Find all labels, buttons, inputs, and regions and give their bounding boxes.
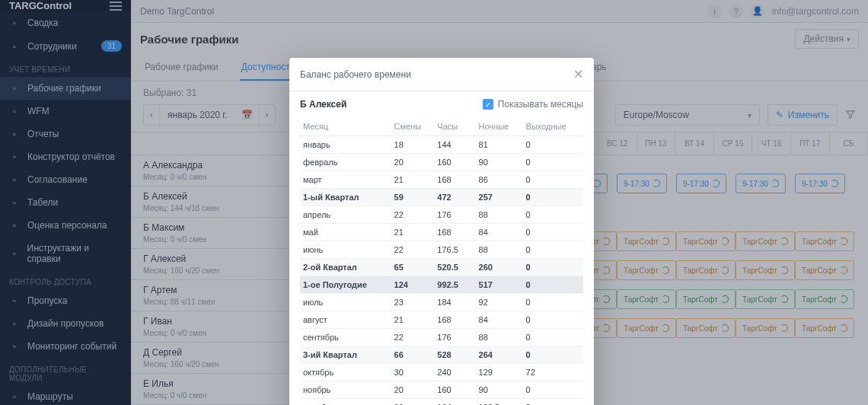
table-cell: 160 [434, 154, 475, 171]
table-row: июль23184920 [300, 294, 583, 311]
table-cell: 1-ое Полугодие [300, 276, 391, 294]
table-cell: 65 [391, 259, 435, 276]
table-cell: 176 [434, 329, 475, 346]
close-icon[interactable]: ✕ [573, 67, 583, 81]
table-cell: 21 [391, 311, 435, 329]
table-cell: апрель [300, 206, 391, 224]
table-cell: 260 [476, 259, 523, 276]
table-cell: июль [300, 294, 391, 311]
table-cell: 59 [391, 189, 435, 206]
table-cell: 84 [476, 311, 523, 329]
table-row: апрель22176880 [300, 206, 583, 224]
table-cell: 2-ой Квартал [300, 259, 391, 276]
table-cell: 0 [523, 311, 583, 329]
table-cell: 0 [523, 136, 583, 154]
table-cell: 160 [434, 381, 475, 399]
table-cell: 517 [476, 276, 523, 294]
table-cell: февраль [300, 154, 391, 171]
table-row: март21168860 [300, 171, 583, 189]
table-cell: 0 [523, 241, 583, 259]
table-header: Месяц [300, 117, 391, 136]
table-cell: 528 [434, 346, 475, 364]
table-cell: 18 [391, 136, 435, 154]
table-row: октябрь3024012972 [300, 364, 583, 381]
balance-table: МесяцСменыЧасыНочныеВыходные январь18144… [300, 117, 583, 405]
table-cell: 22 [391, 206, 435, 224]
show-months-checkbox[interactable]: ✓ Показывать месяцы [483, 99, 583, 110]
table-cell: 0 [523, 399, 583, 406]
table-cell: 3-ий Квартал [300, 346, 391, 364]
table-cell: 21 [391, 224, 435, 241]
table-cell: июнь [300, 241, 391, 259]
table-cell: 88 [476, 206, 523, 224]
table-header: Выходные [523, 117, 583, 136]
table-row: январь18144810 [300, 136, 583, 154]
table-cell: август [300, 311, 391, 329]
table-cell: 176.5 [434, 241, 475, 259]
table-cell: 240 [434, 364, 475, 381]
table-cell: 0 [523, 259, 583, 276]
table-cell: 520.5 [434, 259, 475, 276]
table-row: август21168840 [300, 311, 583, 329]
table-cell: октябрь [300, 364, 391, 381]
table-cell: 129 [476, 364, 523, 381]
table-cell: 84 [476, 224, 523, 241]
table-row: 1-ый Квартал594722570 [300, 189, 583, 206]
table-header: Ночные [476, 117, 523, 136]
table-cell: 264 [476, 346, 523, 364]
table-cell: 90 [476, 381, 523, 399]
checkbox-icon: ✓ [483, 99, 493, 110]
table-cell: 0 [523, 346, 583, 364]
table-cell: 0 [523, 294, 583, 311]
table-cell: 0 [523, 276, 583, 294]
table-cell: 176 [434, 206, 475, 224]
table-cell: 22 [391, 241, 435, 259]
table-cell: 88 [476, 241, 523, 259]
table-cell: 0 [523, 329, 583, 346]
table-cell: 66 [391, 346, 435, 364]
table-cell: 184 [434, 294, 475, 311]
table-cell: 22 [391, 329, 435, 346]
table-cell: 0 [523, 171, 583, 189]
table-cell: 0 [523, 206, 583, 224]
table-row: ноябрь20160900 [300, 381, 583, 399]
table-cell: 1-ый Квартал [300, 189, 391, 206]
table-cell: 124 [391, 276, 435, 294]
table-cell: 472 [434, 189, 475, 206]
table-cell: 992.5 [434, 276, 475, 294]
table-header: Часы [434, 117, 475, 136]
table-cell: 168 [434, 171, 475, 189]
balance-modal: Баланс рабочего времени ✕ Б Алексей ✓ По… [289, 58, 594, 405]
table-cell: 0 [523, 154, 583, 171]
table-cell: 30 [391, 364, 435, 381]
table-cell: 23 [391, 294, 435, 311]
table-cell: 23 [391, 399, 435, 406]
table-cell: 21 [391, 171, 435, 189]
table-row: 1-ое Полугодие124992.55170 [300, 276, 583, 294]
table-cell: январь [300, 136, 391, 154]
table-cell: 144 [434, 136, 475, 154]
table-row: июнь22176.5880 [300, 241, 583, 259]
table-cell: 0 [523, 224, 583, 241]
table-cell: 168 [434, 224, 475, 241]
table-cell: 92 [476, 294, 523, 311]
table-cell: ноябрь [300, 381, 391, 399]
table-cell: 86 [476, 171, 523, 189]
table-cell: март [300, 171, 391, 189]
table-cell: сентябрь [300, 329, 391, 346]
table-cell: 72 [523, 364, 583, 381]
modal-employee: Б Алексей [300, 99, 346, 110]
table-cell: 20 [391, 154, 435, 171]
table-cell: 20 [391, 381, 435, 399]
table-cell: 81 [476, 136, 523, 154]
table-cell: декабрь [300, 399, 391, 406]
table-cell: 103.5 [476, 399, 523, 406]
table-row: сентябрь22176880 [300, 329, 583, 346]
table-cell: 90 [476, 154, 523, 171]
table-cell: 0 [523, 381, 583, 399]
table-cell: 257 [476, 189, 523, 206]
table-cell: май [300, 224, 391, 241]
table-cell: 88 [476, 329, 523, 346]
table-cell: 0 [523, 189, 583, 206]
table-cell: 168 [434, 311, 475, 329]
